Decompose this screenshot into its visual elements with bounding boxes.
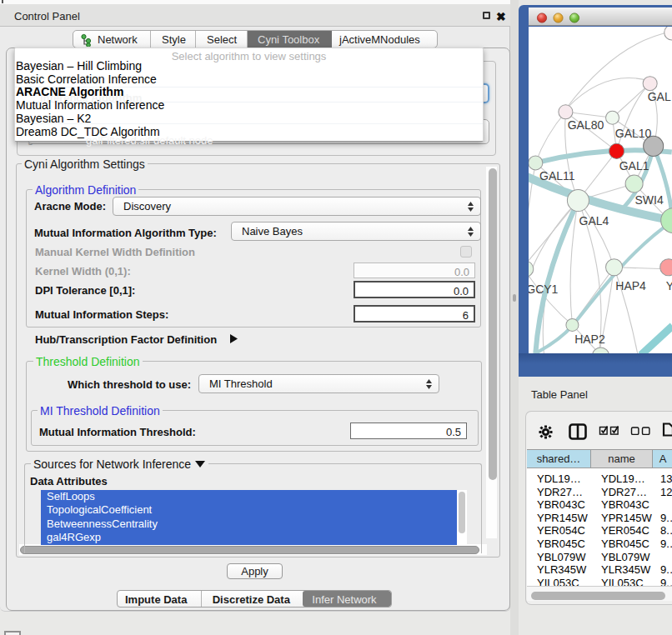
svg-text:GAL80: GAL80 <box>568 118 604 132</box>
svg-text:Y: Y <box>666 279 672 292</box>
svg-text:GCY1: GCY1 <box>529 282 559 296</box>
svg-text:HAP2: HAP2 <box>574 332 605 346</box>
svg-text:GAL: GAL <box>648 90 671 103</box>
svg-text:SWI4: SWI4 <box>635 193 664 207</box>
svg-text:HAP4: HAP4 <box>615 279 646 292</box>
svg-text:GAL11: GAL11 <box>539 169 575 182</box>
svg-text:GAL1: GAL1 <box>619 159 649 172</box>
svg-text:GAL10: GAL10 <box>615 127 652 140</box>
svg-text:GAL4: GAL4 <box>579 214 609 228</box>
